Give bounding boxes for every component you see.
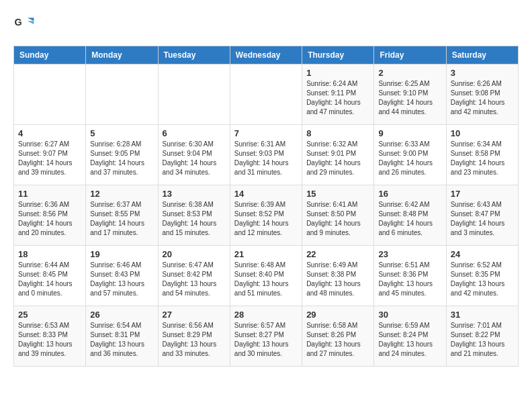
- day-info: Sunrise: 6:49 AM Sunset: 8:38 PM Dayligh…: [306, 261, 369, 298]
- day-number: 23: [378, 249, 441, 259]
- day-info: Sunrise: 7:01 AM Sunset: 8:22 PM Dayligh…: [451, 321, 514, 359]
- calendar-week-1: 4Sunrise: 6:27 AM Sunset: 9:07 PM Daylig…: [14, 125, 519, 185]
- day-info: Sunrise: 6:48 AM Sunset: 8:40 PM Dayligh…: [234, 261, 298, 298]
- day-number: 11: [18, 189, 81, 199]
- day-number: 16: [378, 189, 441, 199]
- calendar-cell: 23Sunrise: 6:51 AM Sunset: 8:36 PM Dayli…: [374, 246, 446, 306]
- calendar-cell: 2Sunrise: 6:25 AM Sunset: 9:10 PM Daylig…: [374, 64, 446, 125]
- day-number: 18: [18, 249, 81, 259]
- day-info: Sunrise: 6:25 AM Sunset: 9:10 PM Dayligh…: [378, 79, 441, 117]
- calendar-cell: 3Sunrise: 6:26 AM Sunset: 9:08 PM Daylig…: [446, 64, 518, 125]
- day-number: 7: [234, 128, 298, 138]
- svg-text:G: G: [15, 17, 22, 28]
- day-header-tuesday: Tuesday: [158, 46, 230, 64]
- day-number: 27: [163, 310, 226, 320]
- calendar-cell: 6Sunrise: 6:30 AM Sunset: 9:04 PM Daylig…: [158, 125, 230, 185]
- day-info: Sunrise: 6:38 AM Sunset: 8:53 PM Dayligh…: [163, 200, 226, 238]
- day-number: 12: [90, 189, 153, 199]
- calendar-cell: 4Sunrise: 6:27 AM Sunset: 9:07 PM Daylig…: [14, 125, 86, 185]
- day-info: Sunrise: 6:53 AM Sunset: 8:33 PM Dayligh…: [18, 321, 81, 359]
- calendar-cell: [230, 64, 302, 125]
- day-info: Sunrise: 6:57 AM Sunset: 8:27 PM Dayligh…: [234, 321, 298, 359]
- calendar-cell: 5Sunrise: 6:28 AM Sunset: 9:05 PM Daylig…: [86, 125, 158, 185]
- day-info: Sunrise: 6:52 AM Sunset: 8:35 PM Dayligh…: [451, 261, 514, 298]
- day-info: Sunrise: 6:36 AM Sunset: 8:56 PM Dayligh…: [18, 200, 81, 238]
- day-number: 14: [234, 189, 298, 199]
- day-info: Sunrise: 6:27 AM Sunset: 9:07 PM Dayligh…: [18, 140, 81, 177]
- calendar-cell: 16Sunrise: 6:42 AM Sunset: 8:48 PM Dayli…: [374, 185, 446, 246]
- day-number: 10: [451, 128, 514, 138]
- svg-marker-1: [28, 17, 34, 21]
- day-header-thursday: Thursday: [302, 46, 374, 64]
- day-number: 4: [18, 128, 81, 138]
- calendar-week-0: 1Sunrise: 6:24 AM Sunset: 9:11 PM Daylig…: [14, 64, 519, 125]
- svg-marker-2: [28, 21, 34, 24]
- day-info: Sunrise: 6:46 AM Sunset: 8:43 PM Dayligh…: [90, 261, 153, 298]
- day-header-friday: Friday: [374, 46, 446, 64]
- page-header: G: [13, 13, 519, 35]
- calendar-cell: 20Sunrise: 6:47 AM Sunset: 8:42 PM Dayli…: [158, 246, 230, 306]
- day-number: 25: [18, 310, 81, 320]
- calendar-cell: 11Sunrise: 6:36 AM Sunset: 8:56 PM Dayli…: [14, 185, 86, 246]
- calendar-cell: 27Sunrise: 6:56 AM Sunset: 8:29 PM Dayli…: [158, 306, 230, 367]
- calendar-cell: [14, 64, 86, 125]
- day-info: Sunrise: 6:43 AM Sunset: 8:47 PM Dayligh…: [451, 200, 514, 238]
- day-info: Sunrise: 6:31 AM Sunset: 9:03 PM Dayligh…: [234, 140, 298, 177]
- calendar-week-2: 11Sunrise: 6:36 AM Sunset: 8:56 PM Dayli…: [14, 185, 519, 246]
- day-info: Sunrise: 6:39 AM Sunset: 8:52 PM Dayligh…: [234, 200, 298, 238]
- calendar-cell: 24Sunrise: 6:52 AM Sunset: 8:35 PM Dayli…: [446, 246, 518, 306]
- day-info: Sunrise: 6:32 AM Sunset: 9:01 PM Dayligh…: [306, 140, 369, 177]
- day-number: 21: [234, 249, 298, 259]
- calendar-cell: 21Sunrise: 6:48 AM Sunset: 8:40 PM Dayli…: [230, 246, 302, 306]
- calendar-cell: 25Sunrise: 6:53 AM Sunset: 8:33 PM Dayli…: [14, 306, 86, 367]
- day-number: 13: [163, 189, 226, 199]
- day-number: 3: [451, 68, 514, 78]
- day-number: 26: [90, 310, 153, 320]
- day-info: Sunrise: 6:47 AM Sunset: 8:42 PM Dayligh…: [163, 261, 226, 298]
- calendar-week-4: 25Sunrise: 6:53 AM Sunset: 8:33 PM Dayli…: [14, 306, 519, 367]
- day-info: Sunrise: 6:33 AM Sunset: 9:00 PM Dayligh…: [378, 140, 441, 177]
- day-number: 20: [163, 249, 226, 259]
- logo-icon: G: [13, 13, 35, 35]
- day-number: 30: [378, 310, 441, 320]
- day-number: 31: [451, 310, 514, 320]
- calendar-cell: 29Sunrise: 6:58 AM Sunset: 8:26 PM Dayli…: [302, 306, 374, 367]
- calendar-cell: 30Sunrise: 6:59 AM Sunset: 8:24 PM Dayli…: [374, 306, 446, 367]
- calendar-cell: [86, 64, 158, 125]
- calendar-table: SundayMondayTuesdayWednesdayThursdayFrid…: [13, 46, 519, 367]
- calendar-cell: [158, 64, 230, 125]
- day-info: Sunrise: 6:30 AM Sunset: 9:04 PM Dayligh…: [163, 140, 226, 177]
- day-info: Sunrise: 6:56 AM Sunset: 8:29 PM Dayligh…: [163, 321, 226, 359]
- day-info: Sunrise: 6:41 AM Sunset: 8:50 PM Dayligh…: [306, 200, 369, 238]
- day-number: 17: [451, 189, 514, 199]
- calendar-cell: 12Sunrise: 6:37 AM Sunset: 8:55 PM Dayli…: [86, 185, 158, 246]
- day-number: 6: [163, 128, 226, 138]
- day-info: Sunrise: 6:54 AM Sunset: 8:31 PM Dayligh…: [90, 321, 153, 359]
- calendar-cell: 13Sunrise: 6:38 AM Sunset: 8:53 PM Dayli…: [158, 185, 230, 246]
- day-number: 5: [90, 128, 153, 138]
- day-number: 24: [451, 249, 514, 259]
- day-header-saturday: Saturday: [446, 46, 518, 64]
- calendar-cell: 26Sunrise: 6:54 AM Sunset: 8:31 PM Dayli…: [86, 306, 158, 367]
- day-number: 2: [378, 68, 441, 78]
- day-info: Sunrise: 6:44 AM Sunset: 8:45 PM Dayligh…: [18, 261, 81, 298]
- calendar-cell: 28Sunrise: 6:57 AM Sunset: 8:27 PM Dayli…: [230, 306, 302, 367]
- calendar-cell: 31Sunrise: 7:01 AM Sunset: 8:22 PM Dayli…: [446, 306, 518, 367]
- calendar-cell: 19Sunrise: 6:46 AM Sunset: 8:43 PM Dayli…: [86, 246, 158, 306]
- day-number: 15: [306, 189, 369, 199]
- day-number: 8: [306, 128, 369, 138]
- day-info: Sunrise: 6:51 AM Sunset: 8:36 PM Dayligh…: [378, 261, 441, 298]
- calendar-cell: 7Sunrise: 6:31 AM Sunset: 9:03 PM Daylig…: [230, 125, 302, 185]
- calendar-cell: 1Sunrise: 6:24 AM Sunset: 9:11 PM Daylig…: [302, 64, 374, 125]
- calendar-cell: 9Sunrise: 6:33 AM Sunset: 9:00 PM Daylig…: [374, 125, 446, 185]
- calendar-cell: 18Sunrise: 6:44 AM Sunset: 8:45 PM Dayli…: [14, 246, 86, 306]
- day-info: Sunrise: 6:58 AM Sunset: 8:26 PM Dayligh…: [306, 321, 369, 359]
- calendar-week-3: 18Sunrise: 6:44 AM Sunset: 8:45 PM Dayli…: [14, 246, 519, 306]
- day-number: 19: [90, 249, 153, 259]
- calendar-cell: 8Sunrise: 6:32 AM Sunset: 9:01 PM Daylig…: [302, 125, 374, 185]
- calendar-cell: 10Sunrise: 6:34 AM Sunset: 8:58 PM Dayli…: [446, 125, 518, 185]
- day-info: Sunrise: 6:59 AM Sunset: 8:24 PM Dayligh…: [378, 321, 441, 359]
- calendar-cell: 14Sunrise: 6:39 AM Sunset: 8:52 PM Dayli…: [230, 185, 302, 246]
- day-info: Sunrise: 6:24 AM Sunset: 9:11 PM Dayligh…: [306, 79, 369, 117]
- day-number: 9: [378, 128, 441, 138]
